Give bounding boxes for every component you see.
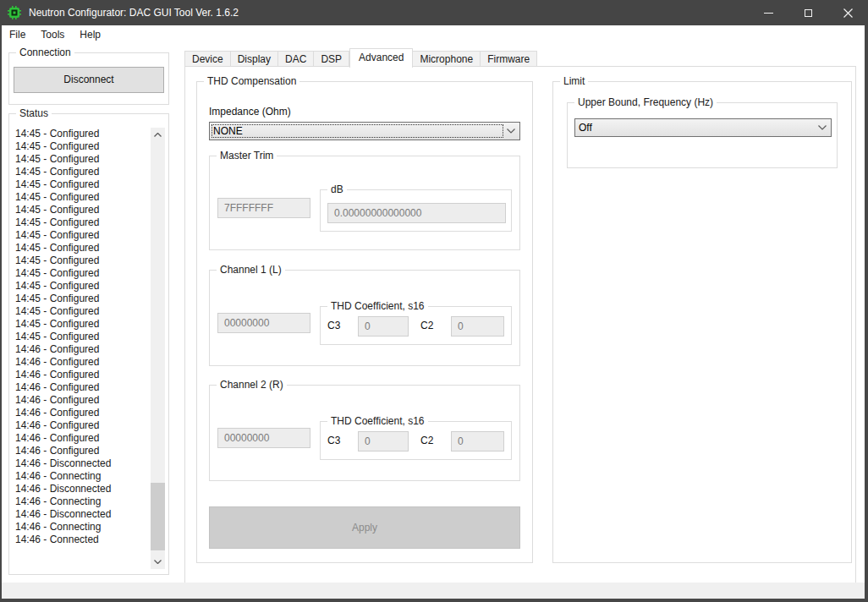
- scroll-down-button[interactable]: [151, 555, 165, 569]
- disconnect-button[interactable]: Disconnect: [14, 67, 164, 93]
- channel2-c3-input[interactable]: 0: [358, 431, 409, 452]
- window-border-bottom: [0, 599, 868, 602]
- list-item[interactable]: 14:46 - Configured: [13, 394, 165, 407]
- list-item[interactable]: 14:46 - Configured: [13, 419, 165, 432]
- status-group: Status 14:45 - Configured14:45 - Configu…: [8, 113, 169, 575]
- tab-firmware[interactable]: Firmware: [481, 51, 537, 67]
- list-item[interactable]: 14:46 - Configured: [13, 343, 165, 356]
- window-border-right: [865, 25, 868, 602]
- close-button[interactable]: [828, 0, 868, 25]
- list-item[interactable]: 14:45 - Configured: [13, 153, 165, 166]
- list-item[interactable]: 14:45 - Configured: [13, 267, 165, 280]
- menu-item-help[interactable]: Help: [72, 25, 108, 44]
- list-item[interactable]: 14:45 - Configured: [13, 191, 165, 204]
- impedance-select[interactable]: NONE: [209, 122, 520, 140]
- list-item[interactable]: 14:46 - Configured: [13, 407, 165, 419]
- status-scrollbar[interactable]: [151, 128, 165, 569]
- menu-item-tools[interactable]: Tools: [33, 25, 72, 44]
- channel2-coeff-group: THD Coefficient, s16 C3 0 C2 0: [320, 421, 512, 460]
- list-item[interactable]: 14:46 - Connected: [13, 534, 165, 546]
- upper-bound-select[interactable]: Off: [574, 118, 832, 137]
- list-item[interactable]: 14:45 - Configured: [13, 242, 165, 254]
- db-group-label: dB: [327, 183, 347, 196]
- tab-display[interactable]: Display: [231, 51, 278, 67]
- list-item[interactable]: 14:45 - Configured: [13, 178, 165, 191]
- impedance-label: Impedance (Ohm): [209, 106, 291, 118]
- chevron-down-icon: [507, 129, 515, 134]
- channel2-hex-input[interactable]: 00000000: [217, 428, 310, 448]
- tab-device[interactable]: Device: [184, 51, 231, 67]
- tab-page-advanced: THD Compensation Impedance (Ohm) NONE Ma…: [184, 66, 856, 583]
- app-window: Neutron Configurator: DAC GUI Tool Ver. …: [0, 0, 868, 602]
- scroll-up-button[interactable]: [151, 128, 165, 142]
- list-item[interactable]: 14:45 - Configured: [13, 166, 165, 178]
- minimize-button[interactable]: [749, 0, 788, 25]
- channel2-group: Channel 2 (R) 00000000 THD Coefficient, …: [209, 385, 520, 481]
- scroll-thumb[interactable]: [151, 483, 165, 550]
- upper-bound-label: Upper Bound, Frequency (Hz): [574, 96, 717, 109]
- connection-group-label: Connection: [16, 47, 74, 59]
- tab-dsp[interactable]: DSP: [314, 51, 349, 67]
- list-item[interactable]: 14:45 - Configured: [13, 128, 165, 140]
- chevron-down-icon: [818, 125, 827, 130]
- window-title: Neutron Configurator: DAC GUI Tool Ver. …: [29, 7, 239, 19]
- list-item[interactable]: 14:45 - Configured: [13, 254, 165, 267]
- menubar: File Tools Help: [2, 25, 865, 44]
- chevron-down-icon: [154, 560, 162, 564]
- status-list: 14:45 - Configured14:45 - Configured14:4…: [13, 128, 165, 569]
- list-item[interactable]: 14:45 - Configured: [13, 140, 165, 153]
- list-item[interactable]: 14:46 - Connecting: [13, 521, 165, 534]
- tab-dac[interactable]: DAC: [278, 51, 314, 67]
- apply-button[interactable]: Apply: [209, 506, 520, 549]
- list-item[interactable]: 14:46 - Configured: [13, 381, 165, 394]
- channel1-hex-input[interactable]: 00000000: [217, 313, 310, 333]
- upper-bound-group: Upper Bound, Frequency (Hz) Off: [567, 102, 838, 168]
- close-icon: [843, 8, 853, 18]
- list-item[interactable]: 14:46 - Configured: [13, 445, 165, 457]
- maximize-button[interactable]: [788, 0, 828, 25]
- list-item[interactable]: 14:45 - Configured: [13, 305, 165, 318]
- menu-item-file[interactable]: File: [2, 25, 33, 44]
- master-trim-label: Master Trim: [217, 150, 277, 162]
- list-item[interactable]: 14:46 - Configured: [13, 356, 165, 369]
- chip-icon: [8, 6, 21, 19]
- titlebar[interactable]: Neutron Configurator: DAC GUI Tool Ver. …: [0, 0, 868, 25]
- db-input[interactable]: 0.00000000000000: [327, 203, 506, 223]
- list-item[interactable]: 14:46 - Configured: [13, 369, 165, 381]
- list-item[interactable]: 14:45 - Configured: [13, 318, 165, 331]
- limit-group: Limit Upper Bound, Frequency (Hz) Off: [552, 81, 852, 563]
- c2-label: C2: [420, 435, 433, 446]
- c3-label: C3: [327, 435, 340, 446]
- minimize-icon: [764, 13, 773, 14]
- list-item[interactable]: 14:46 - Disconnected: [13, 457, 165, 470]
- master-trim-hex-input[interactable]: 7FFFFFFF: [217, 198, 310, 218]
- channel1-label: Channel 1 (L): [217, 264, 285, 276]
- tab-microphone[interactable]: Microphone: [413, 51, 481, 67]
- list-item[interactable]: 14:45 - Configured: [13, 293, 165, 305]
- list-item[interactable]: 14:46 - Disconnected: [13, 483, 165, 495]
- tab-advanced[interactable]: Advanced: [349, 48, 413, 68]
- bottom-strip: [2, 583, 865, 599]
- thd-compensation-group: THD Compensation Impedance (Ohm) NONE Ma…: [196, 81, 533, 563]
- maximize-icon: [805, 9, 812, 17]
- status-group-label: Status: [16, 107, 52, 120]
- chevron-up-icon: [154, 133, 162, 137]
- channel2-c2-input[interactable]: 0: [451, 431, 504, 452]
- list-item[interactable]: 14:45 - Configured: [13, 229, 165, 242]
- connection-group: Connection Disconnect: [8, 52, 169, 105]
- list-item[interactable]: 14:45 - Configured: [13, 280, 165, 293]
- list-item[interactable]: 14:45 - Configured: [13, 204, 165, 216]
- channel1-c3-input[interactable]: 0: [358, 316, 409, 337]
- list-item[interactable]: 14:45 - Configured: [13, 216, 165, 229]
- list-item[interactable]: 14:45 - Configured: [13, 331, 165, 343]
- channel1-c2-input[interactable]: 0: [451, 316, 504, 337]
- c3-label: C3: [327, 320, 340, 331]
- list-item[interactable]: 14:46 - Disconnected: [13, 508, 165, 521]
- master-trim-group: Master Trim 7FFFFFFF dB 0.00000000000000: [209, 156, 520, 250]
- list-item[interactable]: 14:46 - Configured: [13, 432, 165, 445]
- list-item[interactable]: 14:46 - Connecting: [13, 495, 165, 508]
- channel1-coeff-group: THD Coefficient, s16 C3 0 C2 0: [320, 306, 512, 345]
- c2-label: C2: [420, 320, 433, 331]
- list-item[interactable]: 14:46 - Connecting: [13, 470, 165, 483]
- tab-strip: DeviceDisplayDACDSPAdvancedMicrophoneFir…: [184, 47, 537, 67]
